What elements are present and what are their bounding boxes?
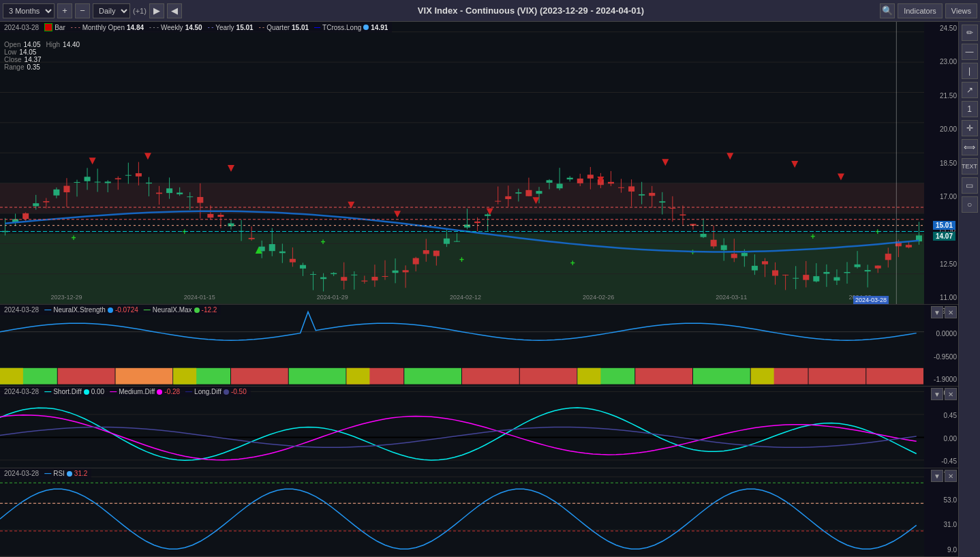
diff-controls: ▼ ✕ (931, 388, 957, 400)
main-area: 2024-03-28 Bar - - - Monthly Open 14.84 … (0, 22, 980, 557)
short-dot (84, 389, 89, 395)
medium-dot (157, 389, 162, 395)
rsi-collapse-btn[interactable]: ▼ (931, 470, 943, 482)
rsi-close-btn[interactable]: ✕ (945, 470, 957, 482)
max-dot (194, 307, 200, 313)
draw-arrow-btn[interactable]: ↗ (962, 82, 978, 98)
increment-label: (+1) (133, 7, 147, 15)
search-btn[interactable]: 🔍 (880, 3, 895, 18)
long-legend: — Long.Diff -0.50 (185, 388, 247, 395)
chart-date: 2024-03-28 (4, 24, 39, 31)
quarter-legend: - - Quarter 15.01 (259, 24, 309, 31)
neurax-header: 2024-03-28 — NeuralX.Strength -0.0724 — … (0, 305, 221, 315)
close-label: Close (4, 56, 22, 63)
draw-1-btn[interactable]: 1 (962, 101, 978, 117)
draw-hline-btn[interactable]: — (962, 44, 978, 60)
neurax-canvas-wrap[interactable] (0, 305, 924, 386)
draw-circle-btn[interactable]: ○ (962, 196, 978, 213)
max-val: -12.2 (202, 306, 217, 314)
main-chart-header: 2024-03-28 Bar - - - Monthly Open 14.84 … (0, 22, 392, 33)
main-price-scale: 24.50 23.00 21.50 20.00 18.50 17.00 15.5… (924, 22, 958, 304)
draw-pencil-btn[interactable]: ✏ (962, 25, 978, 41)
period-select[interactable]: 3 Months (3, 3, 55, 18)
tcross-icon: — (314, 24, 320, 31)
diff-date: 2024-03-28 (4, 388, 39, 395)
price-tag-2: 14.07 (933, 232, 955, 241)
main-chart-panel: 2024-03-28 Bar - - - Monthly Open 14.84 … (0, 22, 958, 305)
neurax-close-btn[interactable]: ✕ (945, 306, 957, 318)
charts-column: 2024-03-28 Bar - - - Monthly Open 14.84 … (0, 22, 958, 557)
main-chart-canvas-wrap[interactable] (0, 22, 924, 304)
neurax-canvas[interactable] (0, 305, 924, 386)
plus-btn[interactable]: + (57, 3, 72, 18)
quarter-icon: - - (259, 24, 265, 31)
rsi-val: 31.2 (74, 470, 87, 477)
weekly-icon: - - - (149, 24, 159, 31)
nav-back-btn[interactable]: ◀ (167, 3, 182, 18)
draw-cross-btn[interactable]: ✛ (962, 120, 978, 136)
minus-btn[interactable]: − (75, 3, 90, 18)
max-legend: — NeuralX.Max -12.2 (144, 306, 217, 314)
weekly-legend: - - - Weekly 14.50 (149, 24, 202, 31)
range-label: Range (4, 63, 24, 71)
short-val: 0.00 (91, 388, 104, 395)
strength-icon: — (44, 306, 51, 314)
medium-legend: — Medium.Diff -0.28 (110, 388, 180, 395)
toolbar: 3 Months + − Daily (+1) ▶ ◀ VIX Index - … (0, 0, 980, 22)
ohlc-info: Open 14.05 High 14.40 Low 14.05 Close 14… (4, 41, 80, 71)
low-label: Low (4, 48, 16, 56)
price-tag-1: 15.01 (933, 221, 955, 230)
max-icon: — (144, 306, 151, 314)
draw-rect-btn[interactable]: ▭ (962, 177, 978, 194)
rsi-legend: — RSI 31.2 (44, 470, 87, 477)
interval-select[interactable]: Daily (93, 3, 130, 18)
main-date-axis: 2023-12-29 2024-01-15 2024-01-29 2024-02… (0, 290, 924, 304)
high-val: 14.40 (63, 41, 80, 48)
diff-header: 2024-03-28 — Short.Diff 0.00 — Medium.Di… (0, 387, 251, 397)
neurax-collapse-btn[interactable]: ▼ (931, 306, 943, 318)
rsi-date: 2024-03-28 (4, 470, 39, 477)
short-icon: — (44, 388, 51, 395)
bar-icon (44, 23, 52, 31)
chart-title: VIX Index - Continuous (VIX) (2023-12-29… (185, 5, 877, 16)
long-dot (224, 389, 229, 395)
rsi-header: 2024-03-28 — RSI 31.2 (0, 468, 91, 479)
rsi-panel: 2024-03-28 — RSI 31.2 ▼ ✕ 75.0 53.0 31.0… (0, 468, 958, 557)
close-val: 14.37 (25, 56, 42, 63)
yearly-icon: - - (208, 24, 214, 31)
yearly-legend: - - Yearly 15.01 (208, 24, 254, 31)
neurax-panel: 2024-03-28 — NeuralX.Strength -0.0724 — … (0, 305, 958, 387)
strength-val: -0.0724 (115, 306, 138, 314)
draw-vline-btn[interactable]: | (962, 63, 978, 79)
long-icon: — (185, 388, 192, 395)
rsi-canvas[interactable] (0, 468, 924, 556)
tcross-dot (363, 25, 369, 30)
diff-collapse-btn[interactable]: ▼ (931, 388, 943, 400)
draw-text-btn[interactable]: TEXT (962, 158, 978, 175)
open-label: Open (4, 41, 20, 48)
short-legend: — Short.Diff 0.00 (44, 388, 104, 395)
strength-dot (108, 307, 113, 313)
indicators-btn[interactable]: Indicators (898, 3, 943, 18)
diff-close-btn[interactable]: ✕ (945, 388, 957, 400)
views-btn[interactable]: Views (945, 3, 977, 18)
neurax-controls: ▼ ✕ (931, 306, 957, 318)
rsi-canvas-wrap[interactable] (0, 468, 924, 556)
bar-legend: Bar (44, 23, 65, 31)
long-val: -0.50 (231, 388, 247, 395)
medium-icon: — (110, 388, 117, 395)
diff-canvas[interactable] (0, 387, 924, 468)
rsi-controls: ▼ ✕ (931, 470, 957, 482)
right-toolbar: ✏ — | ↗ 1 ✛ ⟺ TEXT ▭ ○ (958, 22, 980, 557)
low-val: 14.05 (19, 48, 36, 56)
open-val: 14.05 (23, 41, 40, 48)
rsi-dot (67, 471, 72, 477)
draw-measure-btn[interactable]: ⟺ (962, 139, 978, 155)
rsi-icon: — (44, 470, 51, 477)
neurax-date: 2024-03-28 (4, 306, 39, 314)
strength-legend: — NeuralX.Strength -0.0724 (44, 306, 138, 314)
tcross-legend: — TCross.Long 14.91 (314, 24, 388, 31)
diff-canvas-wrap[interactable] (0, 387, 924, 468)
nav-forward-btn[interactable]: ▶ (149, 3, 164, 18)
main-chart-canvas[interactable] (0, 22, 924, 304)
